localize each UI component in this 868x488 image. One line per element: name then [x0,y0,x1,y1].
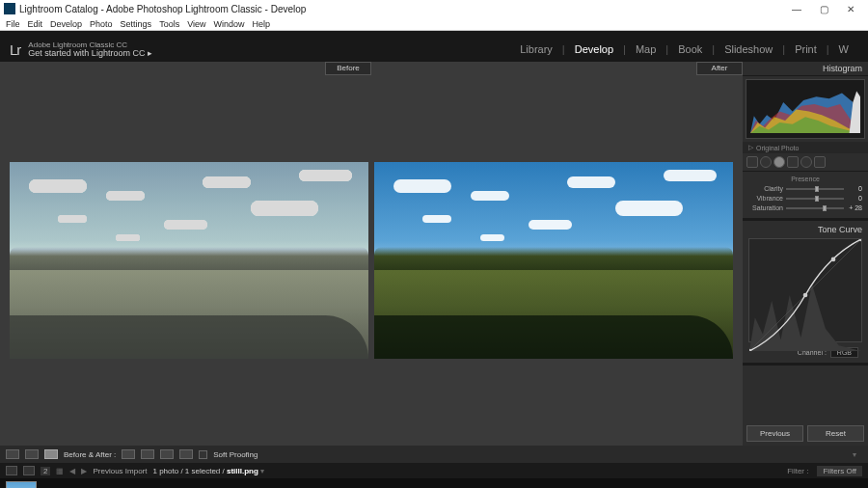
menu-settings[interactable]: Settings [117,19,156,29]
menu-view[interactable]: View [183,19,209,29]
module-library[interactable]: Library [510,43,562,55]
after-label: After [696,62,743,75]
soft-proof-checkbox[interactable] [199,450,207,459]
count-badge: 2 [41,467,50,475]
menu-photo[interactable]: Photo [86,19,117,29]
ba-lr-icon[interactable] [122,449,135,459]
presence-section: Presence Clarity 0 Vibrance 0 Saturation… [743,172,868,218]
soft-proof-label: Soft Proofing [213,450,258,459]
before-preview[interactable] [10,162,368,359]
module-book[interactable]: Book [668,43,712,55]
svg-point-9 [831,258,836,262]
reset-button[interactable]: Reset [807,425,864,442]
minimize-button[interactable]: — [783,4,810,14]
collection-name[interactable]: Previous Import [93,467,147,475]
menu-window[interactable]: Window [210,19,249,29]
module-slideshow[interactable]: Slideshow [715,43,782,55]
filter-select[interactable]: Filters Off [817,466,862,476]
spot-tool-icon[interactable] [760,156,772,168]
crop-tool-icon[interactable] [746,156,758,168]
second-monitor-icon[interactable] [6,466,17,475]
path-dropdown-icon[interactable]: ▾ [260,467,264,475]
filename: stilll.png [227,467,258,475]
module-map[interactable]: Map [626,43,665,55]
original-photo-row[interactable]: ▷ Original Photo [743,142,868,153]
header-subtitle[interactable]: Get started with Lightroom CC ▸ [28,49,152,58]
prev-photo-icon[interactable]: ◀ [69,467,75,475]
app-header: Lr Adobe Lightroom Classic CC Get starte… [0,37,868,62]
menu-help[interactable]: Help [249,19,275,29]
tone-curve-graph[interactable] [748,238,862,342]
menu-develop[interactable]: Develop [46,19,86,29]
view-toolbar: Before & After : Soft Proofing ▾ [0,446,868,463]
after-preview[interactable] [374,162,733,359]
redeye-tool-icon[interactable] [773,156,785,168]
tool-strip [743,153,868,172]
tone-curve-header[interactable]: Tone Curve [748,223,862,236]
menu-file[interactable]: File [2,19,24,29]
filmstrip-header: 2 ▦ ◀ ▶ Previous Import 1 photo / 1 sele… [0,463,868,478]
ba-yy-view-icon[interactable] [44,449,58,459]
disclosure-icon: ▷ [748,144,753,151]
lr-logo: Lr [10,41,20,58]
before-label: Before [325,62,371,75]
saturation-slider[interactable]: Saturation + 28 [748,204,862,211]
tone-curve-section: Tone Curve Channel : RGB [743,221,868,363]
ba-tb-icon[interactable] [141,449,154,459]
radial-tool-icon[interactable] [800,156,812,168]
menu-edit[interactable]: Edit [24,19,47,29]
gradient-tool-icon[interactable] [787,156,799,168]
app-icon [4,3,15,14]
presence-label: Presence [748,176,862,182]
loupe-view-icon[interactable] [6,449,19,459]
ba-view-icon[interactable] [25,449,39,459]
maximize-button[interactable]: ▢ [810,4,837,14]
filter-label: Filter : [787,467,808,475]
filmstrip[interactable] [0,478,868,488]
window-title: Lightroom Catalog - Adobe Photoshop Ligh… [19,4,306,14]
module-print[interactable]: Print [785,43,827,55]
histogram[interactable] [746,79,865,139]
preview-viewer: Before After [0,62,743,446]
previous-button[interactable]: Previous [746,425,803,442]
clarity-slider[interactable]: Clarity 0 [748,185,862,192]
svg-point-8 [803,293,808,298]
thumbnail[interactable] [6,481,37,488]
toolbar-menu-icon[interactable]: ▾ [847,450,862,459]
window-title-bar: Lightroom Catalog - Adobe Photoshop Ligh… [0,0,868,17]
ba-label: Before & After : [64,450,116,459]
module-picker: Library| Develop| Map| Book| Slideshow| … [510,43,858,55]
develop-panel: Histogram ▷ Original Photo Presence [743,62,868,446]
menu-bar: File Edit Develop Photo Settings Tools V… [0,17,868,31]
ba-split-icon[interactable] [160,449,174,459]
histogram-header[interactable]: Histogram [743,62,868,76]
next-photo-icon[interactable]: ▶ [81,467,87,475]
grid-nav-icon[interactable]: ▦ [56,467,64,475]
close-button[interactable]: ✕ [837,4,864,14]
module-develop[interactable]: Develop [565,43,623,55]
grid-icon[interactable] [23,466,35,475]
menu-tools[interactable]: Tools [155,19,183,29]
vibrance-slider[interactable]: Vibrance 0 [748,195,862,202]
selection-status: 1 photo / 1 selected / [152,467,224,475]
module-web[interactable]: W [829,43,858,55]
brush-tool-icon[interactable] [814,156,826,168]
ba-swap-icon[interactable] [179,449,193,459]
